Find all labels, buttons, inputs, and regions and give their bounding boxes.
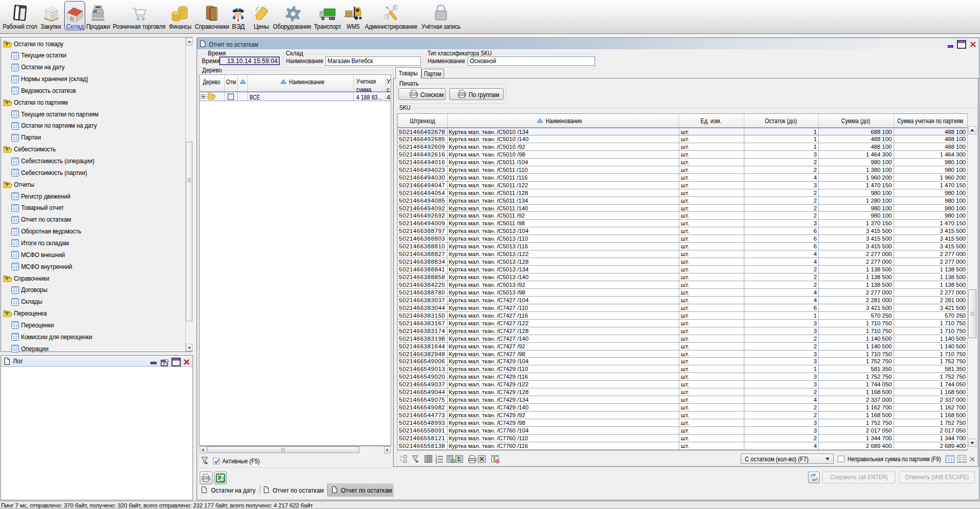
svg-text:3: 3 [435,460,437,463]
svg-text:Σ: Σ [457,456,461,462]
